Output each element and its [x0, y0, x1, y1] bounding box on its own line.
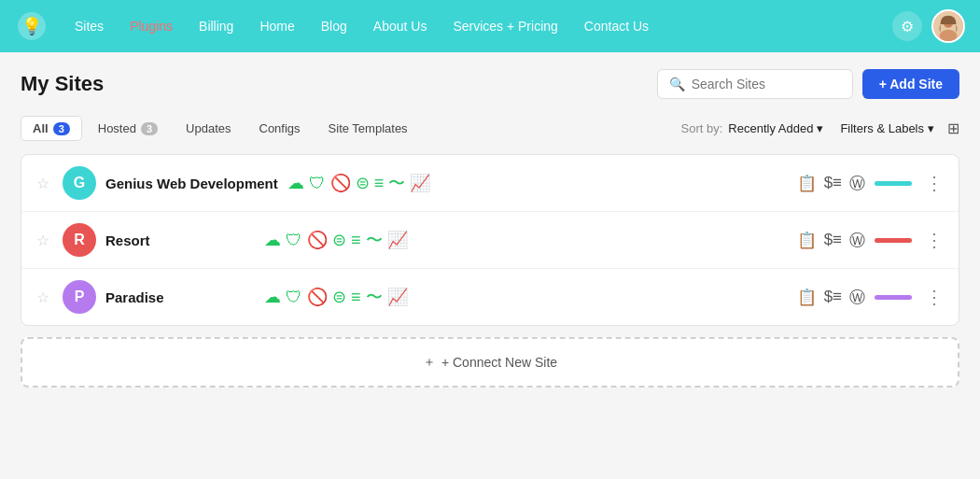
nav-contact[interactable]: Contact Us — [573, 13, 660, 39]
avatar: R — [63, 223, 96, 257]
shield-icon: 🛡 — [286, 288, 302, 307]
wordpress-icon[interactable]: Ⓦ — [849, 173, 865, 194]
ban-icon: 🚫 — [330, 173, 351, 193]
sort-select[interactable]: Recently Added ▾ — [728, 121, 823, 135]
table-row: ☆ G Genius Web Development ☁ 🛡 🚫 ⊜ ≡ 〜 📈… — [21, 155, 959, 212]
sort-control: Sort by: Recently Added ▾ — [681, 121, 824, 135]
color-bar — [875, 295, 912, 300]
billing-icon[interactable]: $≡ — [824, 288, 842, 306]
search-box[interactable]: 🔍 — [657, 69, 853, 99]
filter-bar: All 3 Hosted 3 Updates Configs Site Temp… — [21, 116, 959, 141]
copy-icon[interactable]: 📋 — [797, 231, 817, 250]
stack-icon: ⊜ — [332, 287, 346, 307]
grid-view-icon[interactable]: ⊞ — [947, 120, 959, 137]
nav-blog[interactable]: Blog — [310, 13, 358, 39]
filter-hosted[interactable]: Hosted 3 — [86, 116, 170, 141]
filter-all-count: 3 — [53, 122, 70, 135]
header-row: My Sites 🔍 + Add Site — [21, 69, 959, 99]
site-plugin-icons: ☁ 🛡 🚫 ⊜ ≡ 〜 📈 — [287, 172, 780, 194]
site-plugin-icons: ☁ 🛡 🚫 ⊜ ≡ 〜 📈 — [264, 286, 780, 308]
nav-plugins[interactable]: Plugins — [119, 13, 184, 39]
sites-list: ☆ G Genius Web Development ☁ 🛡 🚫 ⊜ ≡ 〜 📈… — [21, 154, 959, 326]
site-name: Resort — [105, 232, 255, 248]
filters-labels-button[interactable]: Filters & Labels ▾ — [840, 121, 934, 135]
lines-icon: ≡ — [351, 231, 361, 250]
filter-templates[interactable]: Site Templates — [316, 116, 420, 141]
site-meta-icons: 📋 $≡ Ⓦ — [797, 287, 865, 308]
table-row: ☆ P Paradise ☁ 🛡 🚫 ⊜ ≡ 〜 📈 📋 $≡ Ⓦ ⋮ — [21, 269, 959, 325]
wordpress-icon[interactable]: Ⓦ — [849, 230, 865, 251]
stack-icon: ⊜ — [356, 173, 370, 193]
chart-icon: 📈 — [410, 173, 430, 193]
search-input[interactable] — [692, 77, 841, 92]
nav-right: ⚙ — [892, 9, 965, 43]
wave-icon: 〜 — [366, 229, 383, 251]
more-menu-button[interactable]: ⋮ — [925, 229, 944, 251]
connect-plus-icon: ＋ — [423, 354, 436, 371]
nav-about[interactable]: About Us — [362, 13, 439, 39]
add-site-button[interactable]: + Add Site — [862, 69, 959, 99]
filter-updates[interactable]: Updates — [174, 116, 243, 141]
billing-icon[interactable]: $≡ — [824, 231, 842, 249]
svg-text:💡: 💡 — [21, 16, 43, 36]
wave-icon: 〜 — [388, 172, 405, 194]
sort-value: Recently Added — [728, 121, 813, 135]
more-menu-button[interactable]: ⋮ — [925, 172, 944, 194]
nav-home[interactable]: Home — [248, 13, 305, 39]
color-bar — [875, 238, 912, 243]
star-icon[interactable]: ☆ — [36, 232, 53, 249]
billing-icon[interactable]: $≡ — [824, 174, 842, 192]
gear-icon[interactable]: ⚙ — [892, 11, 922, 41]
sort-label: Sort by: — [681, 121, 723, 135]
stack-icon: ⊜ — [332, 230, 346, 250]
chart-icon: 📈 — [387, 287, 408, 307]
wave-icon: 〜 — [366, 286, 383, 308]
site-name: Paradise — [105, 289, 255, 305]
filters-labels-chevron-icon: ▾ — [928, 121, 934, 135]
site-name: Genius Web Development — [105, 176, 278, 191]
page-title: My Sites — [21, 72, 104, 96]
star-icon[interactable]: ☆ — [36, 289, 53, 306]
ban-icon: 🚫 — [307, 287, 328, 307]
more-menu-button[interactable]: ⋮ — [925, 286, 944, 308]
sort-chevron-icon: ▾ — [817, 121, 823, 135]
site-meta-icons: 📋 $≡ Ⓦ — [797, 230, 865, 251]
header-actions: 🔍 + Add Site — [657, 69, 959, 99]
copy-icon[interactable]: 📋 — [797, 174, 817, 193]
table-row: ☆ R Resort ☁ 🛡 🚫 ⊜ ≡ 〜 📈 📋 $≡ Ⓦ ⋮ — [21, 212, 959, 269]
filter-hosted-label: Hosted — [98, 121, 136, 135]
chart-icon: 📈 — [387, 230, 408, 250]
copy-icon[interactable]: 📋 — [797, 288, 817, 307]
connect-new-site-button[interactable]: ＋ + Connect New Site — [21, 337, 959, 387]
filter-hosted-count: 3 — [141, 122, 158, 135]
wordpress-icon[interactable]: Ⓦ — [849, 287, 865, 308]
site-meta-icons: 📋 $≡ Ⓦ — [797, 173, 865, 194]
filter-all[interactable]: All 3 — [21, 116, 82, 141]
shield-icon: 🛡 — [309, 174, 326, 193]
svg-point-4 — [940, 30, 958, 42]
nav-billing[interactable]: Billing — [188, 13, 245, 39]
lines-icon: ≡ — [374, 174, 385, 193]
ban-icon: 🚫 — [307, 230, 328, 250]
logo[interactable]: 💡 — [15, 9, 49, 43]
star-icon[interactable]: ☆ — [36, 175, 53, 192]
connect-label: + Connect New Site — [441, 355, 557, 370]
filters-labels-label: Filters & Labels — [840, 121, 924, 135]
nav-services[interactable]: Services + Pricing — [441, 13, 568, 39]
nav-links: Sites Plugins Billing Home Blog About Us… — [63, 13, 889, 39]
search-icon: 🔍 — [669, 77, 685, 92]
avatar[interactable] — [931, 9, 965, 43]
main-content: My Sites 🔍 + Add Site All 3 Hosted 3 Upd… — [0, 52, 980, 479]
lines-icon: ≡ — [351, 288, 361, 307]
nav-sites[interactable]: Sites — [63, 13, 115, 39]
avatar: P — [63, 280, 96, 314]
cloud-icon: ☁ — [264, 230, 281, 250]
filter-all-label: All — [33, 121, 49, 135]
cloud-icon: ☁ — [264, 287, 281, 307]
avatar: G — [63, 166, 96, 200]
color-bar — [875, 181, 912, 186]
cloud-icon: ☁ — [287, 173, 304, 193]
filter-configs[interactable]: Configs — [247, 116, 313, 141]
site-plugin-icons: ☁ 🛡 🚫 ⊜ ≡ 〜 📈 — [264, 229, 780, 251]
shield-icon: 🛡 — [286, 231, 302, 250]
